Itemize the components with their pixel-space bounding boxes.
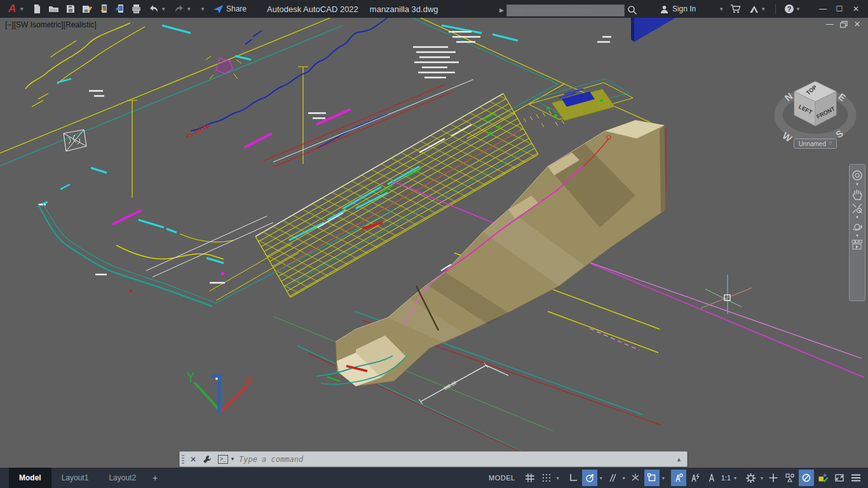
- command-customize-button[interactable]: [200, 455, 214, 464]
- search-expand-arrow[interactable]: ▶: [499, 7, 504, 13]
- drawing-canvas[interactable]: PLANTA: [0, 18, 868, 468]
- close-button[interactable]: ✕: [849, 4, 863, 13]
- hardware-acceleration-indicator[interactable]: [815, 470, 831, 486]
- annotation-scale-value[interactable]: 1:1: [720, 474, 732, 482]
- isometric-drafting-toggle[interactable]: [605, 470, 620, 486]
- autodesk-apps-button[interactable]: ▼: [746, 1, 770, 17]
- annotation-autoscale-toggle[interactable]: [688, 470, 703, 486]
- chevron-down-icon: ▼: [18, 6, 25, 12]
- search-button[interactable]: [625, 3, 640, 18]
- store-button[interactable]: [728, 1, 743, 17]
- clean-screen-toggle[interactable]: [832, 470, 847, 486]
- tab-layout1[interactable]: Layout1: [51, 468, 99, 488]
- undo-arrow-icon: [148, 4, 159, 14]
- command-close-icon[interactable]: ✕: [186, 455, 200, 464]
- undo-button[interactable]: ▼: [146, 1, 170, 17]
- chevron-down-icon: ▽: [829, 141, 832, 146]
- graphics-performance-toggle[interactable]: [799, 470, 814, 486]
- graphics-performance-icon: [801, 473, 811, 483]
- chevron-down-icon[interactable]: ▼: [717, 6, 725, 12]
- command-line: ✕ >_▼ ▲: [179, 451, 688, 467]
- chevron-down-icon[interactable]: ▼: [759, 476, 765, 480]
- polar-tracking-toggle[interactable]: [582, 470, 597, 486]
- workspace-switching-button[interactable]: [743, 470, 758, 486]
- snap-toggle[interactable]: [539, 470, 554, 486]
- grid-icon: [525, 473, 535, 483]
- maximize-button[interactable]: ☐: [832, 4, 846, 13]
- clean-screen-icon: [834, 473, 844, 483]
- ortho-toggle[interactable]: [566, 470, 581, 486]
- chevron-down-icon[interactable]: ▼: [621, 476, 627, 480]
- annotation-scale-icon: [707, 473, 716, 483]
- doc-minimize-button[interactable]: —: [826, 20, 834, 29]
- open-from-web-button[interactable]: [112, 1, 127, 17]
- annotation-visibility-icon: [674, 473, 684, 483]
- save-to-web-button[interactable]: [97, 1, 111, 17]
- object-snap-tracking-toggle[interactable]: [628, 470, 643, 486]
- snap-grid-icon: [541, 473, 552, 483]
- autoscale-icon: [690, 473, 700, 483]
- chevron-down-icon[interactable]: ▼: [855, 183, 859, 186]
- orbit-icon[interactable]: [851, 221, 863, 233]
- navigation-wheel-icon[interactable]: [851, 170, 863, 181]
- annotation-visibility-toggle[interactable]: [671, 470, 686, 486]
- viewcube[interactable]: N E W S TOP LEFT FRONT: [774, 56, 858, 172]
- plus-crosshair-icon: [768, 473, 778, 483]
- viewport-controls-label[interactable]: [−][SW Isometric][Realistic]: [5, 20, 97, 29]
- isolate-objects-button[interactable]: [782, 470, 797, 486]
- command-grip-handle[interactable]: [180, 452, 186, 466]
- minimize-button[interactable]: —: [816, 4, 830, 13]
- chevron-down-icon: ▼: [159, 6, 167, 12]
- open-from-web-mobile-icon: [115, 4, 125, 14]
- doc-close-button[interactable]: ✕: [854, 20, 860, 29]
- help-button[interactable]: ?▼: [782, 1, 804, 17]
- plot-button[interactable]: [128, 1, 144, 17]
- chevron-down-icon[interactable]: ▼: [598, 476, 604, 480]
- share-button[interactable]: Share: [210, 1, 249, 17]
- viewcube-ucs-menu[interactable]: Unnamed ▽: [794, 139, 837, 149]
- chevron-down-icon[interactable]: ▼: [855, 216, 859, 219]
- save-button[interactable]: [63, 1, 78, 17]
- open-button[interactable]: [46, 1, 62, 17]
- hamburger-menu-icon: [850, 473, 862, 482]
- doc-restore-button[interactable]: [840, 21, 848, 28]
- search-input[interactable]: [506, 4, 625, 17]
- sign-in-button[interactable]: Sign In: [657, 1, 698, 17]
- recent-commands-button[interactable]: >_▼: [218, 455, 235, 464]
- crosshair-cursor: [701, 274, 752, 314]
- chevron-down-icon[interactable]: ▼: [660, 476, 667, 480]
- new-layout-button[interactable]: +: [146, 473, 164, 483]
- chevron-down-icon[interactable]: ▼: [555, 476, 561, 480]
- svg-text:?: ?: [787, 6, 791, 13]
- grid-toggle[interactable]: [522, 470, 538, 486]
- model-space-button[interactable]: MODEL: [482, 474, 522, 482]
- object-snap-toggle[interactable]: [644, 470, 660, 486]
- command-input[interactable]: [239, 455, 676, 464]
- zoom-icon[interactable]: [851, 203, 863, 214]
- status-toggles: MODEL ▼ ▼ ▼ ▼ 1:1 ▼ ▼: [482, 468, 868, 488]
- save-as-button[interactable]: [79, 1, 95, 17]
- save-to-web-mobile-icon: [99, 4, 109, 14]
- drawing-area[interactable]: PLANTA: [0, 18, 868, 468]
- annotation-scale-button[interactable]: [704, 470, 719, 486]
- customize-qat-button[interactable]: ▼: [196, 1, 209, 17]
- dimension-text: 602.02: [443, 380, 457, 391]
- product-title: Autodesk AutoCAD 2022: [267, 4, 358, 14]
- drawing-window-controls: — ✕: [826, 20, 860, 29]
- showmotion-icon[interactable]: [851, 240, 863, 250]
- pan-hand-icon[interactable]: [851, 188, 863, 201]
- annotation-monitor-toggle[interactable]: [766, 470, 781, 486]
- app-menu-button[interactable]: A▼: [4, 1, 28, 17]
- tab-layout2[interactable]: Layout2: [98, 468, 146, 488]
- command-history-toggle[interactable]: ▲: [676, 456, 687, 463]
- detail-symbol: [64, 130, 86, 151]
- new-button[interactable]: [29, 1, 44, 17]
- redo-arrow-icon: [173, 4, 185, 14]
- chevron-down-icon[interactable]: ▼: [732, 476, 738, 480]
- search-icon: [627, 5, 637, 15]
- tab-model[interactable]: Model: [9, 468, 51, 488]
- redo-button[interactable]: ▼: [171, 1, 195, 17]
- document-title: manzanilla 3d.dwg: [370, 4, 438, 14]
- customization-button[interactable]: [848, 470, 864, 486]
- chevron-down-icon[interactable]: ▼: [855, 234, 859, 238]
